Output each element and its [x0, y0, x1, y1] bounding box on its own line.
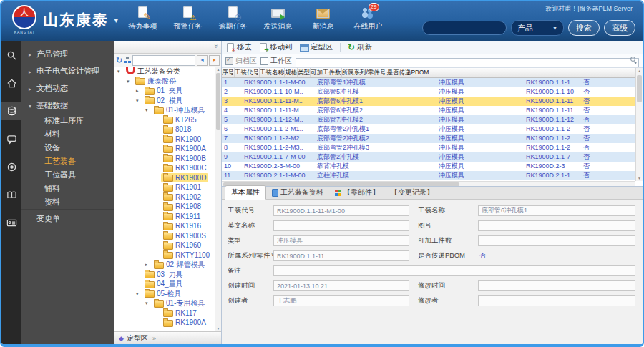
tree-expand-icon[interactable]: ▾ [117, 67, 124, 77]
tree-expand-icon[interactable]: ▾ [145, 298, 152, 308]
tree-node[interactable]: RK117 [114, 308, 215, 318]
tree-node[interactable]: RK1916 [114, 221, 215, 231]
scroll-up-icon[interactable]: ▲ [215, 67, 221, 72]
tree-expand-icon[interactable]: ▸ [145, 260, 152, 270]
scroll-down-icon[interactable]: ▼ [215, 326, 221, 331]
grid-column-header[interactable]: 工装代号 [235, 68, 260, 77]
tree-node[interactable]: KT265 [114, 115, 215, 125]
grid-column-header[interactable]: 类型 [298, 68, 311, 77]
search-category-dropdown[interactable]: 产品▼ [511, 20, 564, 36]
rail-library-icon[interactable] [1, 186, 21, 204]
tree-node[interactable]: ▸ 01_夹具 [114, 86, 215, 96]
drawing-number-field[interactable] [478, 220, 635, 231]
table-row[interactable]: 1RK1900D.1.1-1-M-00底部弯管1冲孔模冲压模具RK1900D.1… [222, 78, 635, 87]
scroll-down-icon[interactable]: ▼ [636, 175, 643, 181]
scroll-up-icon[interactable]: ▲ [636, 68, 643, 74]
grid-search-input[interactable] [296, 58, 639, 67]
tree-node[interactable]: RK1900S [114, 231, 215, 241]
detail-tab[interactable]: 【变更记录】 [385, 186, 439, 199]
tree-node[interactable]: RKTY1100 [114, 250, 215, 260]
table-row[interactable]: 11RK1900D.2.1-1-M-00立柱冲孔模冲压模具RK1900D.2.1… [222, 171, 635, 180]
grid-vertical-scrollbar[interactable]: ▲ ▼ [635, 68, 643, 181]
tool-name-field[interactable] [478, 205, 635, 216]
sidebar-menu-item[interactable]: 变更单 [21, 209, 114, 227]
tree-node[interactable]: RK1900D [114, 173, 215, 183]
table-row[interactable]: 9RK1900D.1.1-7-M-00底部管2冲孔模冲压模具RK1900D.1.… [222, 152, 635, 162]
tree-expand-icon[interactable]: ▾ [136, 289, 142, 299]
tree-node[interactable]: RK1900C [114, 163, 215, 173]
tree-node[interactable]: 8018 [114, 124, 215, 135]
workpiece-count-field[interactable] [478, 235, 635, 246]
series-field[interactable] [273, 250, 409, 261]
tree-node[interactable]: ▾ 01-专用检具 [114, 298, 215, 308]
grid-column-header[interactable]: 工装名称 [260, 68, 285, 77]
tree-expand-icon[interactable]: ▾ [145, 105, 152, 115]
tree-scrollbar[interactable]: ▲ ▼ [215, 67, 221, 331]
rail-chat-icon[interactable] [1, 130, 21, 148]
table-row[interactable]: 4RK1900D.1.1-11-M..底部管6冲孔模2冲压模具RK1900D.1… [222, 106, 635, 115]
tree-node[interactable]: RK1900A [114, 318, 215, 328]
english-name-field[interactable] [273, 220, 409, 231]
detail-tab[interactable]: 基本属性 [225, 185, 266, 200]
header-nav-item[interactable]: 预警任务 [168, 6, 208, 31]
tree-node[interactable]: RK1911 [114, 212, 215, 222]
tree-node[interactable]: 04_量具 [114, 279, 215, 289]
sidebar-menu-item[interactable]: 辅料 [21, 182, 114, 195]
global-search-input[interactable] [422, 21, 507, 35]
tree-node[interactable]: ▾ 05-检具 [114, 289, 215, 299]
search-next-icon[interactable]: ▸ [209, 55, 220, 66]
sidebar-menu-item[interactable]: 标准工序库 [21, 114, 114, 127]
advanced-search-button[interactable]: 高级 [604, 20, 635, 36]
sidebar-menu-item[interactable]: 资料 [21, 195, 114, 209]
creator-field[interactable] [273, 295, 409, 306]
tool-code-field[interactable] [273, 205, 409, 216]
modifier-field[interactable] [478, 295, 635, 306]
table-row[interactable]: 2RK1900D.1.1-10-M..底部管5冲孔模冲压模具RK1900D.1.… [222, 87, 635, 97]
header-nav-item[interactable]: 待办事项 [123, 6, 162, 31]
sidebar-menu-item[interactable]: ▸产品管理 [21, 45, 114, 62]
grid-column-header[interactable]: 是否传递PBOM [386, 68, 429, 77]
tree-node[interactable]: ▾ 01-冲压模具 [114, 105, 215, 115]
remove-button[interactable]: 移去 [226, 42, 252, 52]
sidebar-menu-item[interactable]: ▸电子电气设计管理 [21, 62, 114, 79]
scrollbar-thumb[interactable] [216, 73, 220, 130]
sidebar-menu-item[interactable]: 材料 [21, 127, 114, 141]
rail-home-icon[interactable] [1, 74, 21, 92]
tree-expand-icon[interactable]: ▸ [136, 86, 142, 96]
table-row[interactable]: 7RK1900D.1.1-2-M2..底部弯管2冲孔模2冲压模具RK1900D.… [222, 134, 635, 143]
tree-node[interactable]: ▾ 康泰股份 [114, 77, 215, 87]
scrollbar-thumb[interactable] [637, 75, 642, 102]
remark-field[interactable] [273, 265, 635, 276]
tree-node[interactable]: ▾ 工艺装备分类 [114, 67, 215, 77]
tree-hierarchy-icon[interactable] [124, 57, 131, 64]
modified-time-field[interactable] [478, 280, 635, 291]
table-row[interactable]: 8RK1900D.1.1-2-M3..底部弯管2冲孔模3冲压模具RK1900D.… [222, 143, 635, 152]
created-time-field[interactable] [273, 280, 409, 291]
sidebar-menu-item[interactable]: ▸文档动态 [21, 79, 114, 97]
archive-checkbox[interactable]: 归档区 [225, 56, 257, 66]
detail-tab[interactable]: 【零部件】 [329, 186, 385, 199]
tree-search-input[interactable] [132, 55, 195, 66]
sidebar-menu-item[interactable]: 设备 [21, 141, 114, 155]
tree-node[interactable]: ▾ 02_模具 [114, 96, 215, 106]
detail-tab[interactable]: 工艺装备资料 [266, 186, 329, 199]
tree-refresh-icon[interactable]: ↻ [116, 57, 122, 64]
grid-column-header[interactable]: 序号 [222, 68, 235, 77]
sidebar-menu-item[interactable]: 工位器具 [21, 168, 114, 182]
type-field[interactable] [273, 235, 409, 246]
table-row[interactable]: 5RK1900D.1.1-12-M..底部管7冲孔模2冲压模具RK1900D.1… [222, 115, 635, 124]
tree-node[interactable]: RK1902 [114, 192, 215, 202]
brand-name[interactable]: 山东康泰 ▾ [43, 10, 119, 30]
search-button[interactable]: 搜索 [568, 20, 600, 36]
rail-database-icon[interactable] [1, 102, 21, 120]
shaping-area-button[interactable]: 定型区 [300, 42, 333, 52]
tree-expand-icon[interactable]: ▾ [136, 96, 142, 106]
grid-column-header[interactable]: 所属系列/零件号 [342, 68, 387, 77]
panel-collapse-icon[interactable]: » [213, 44, 219, 48]
sidebar-menu-item[interactable]: ▾基础数据 [21, 97, 114, 114]
tree-node[interactable]: RK1900A [114, 144, 215, 154]
rail-idcard-icon[interactable] [1, 214, 21, 232]
table-row[interactable]: 6RK1900D.1.1-2-M1..底部弯管2冲孔模1冲压模具RK1900D.… [222, 124, 635, 134]
tree-node[interactable]: RK1960 [114, 240, 215, 250]
rail-broadcast-icon[interactable] [1, 158, 21, 176]
